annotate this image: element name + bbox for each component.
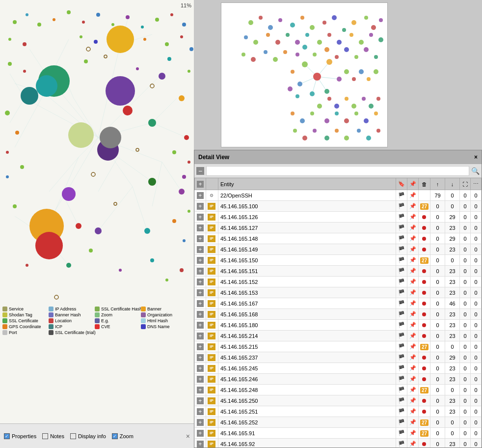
bookmark-icon[interactable]: 🏴 xyxy=(398,300,405,306)
minus-button[interactable]: − xyxy=(196,167,204,175)
table-scroll[interactable]: + Entity 🔖 📌 🗑 ↑ ↓ ⛶ ⋯ +⚙22/OpenSSH🏴� xyxy=(194,178,482,448)
col-bookmark[interactable]: 🔖 xyxy=(396,178,407,190)
notes-checkbox[interactable] xyxy=(42,433,48,439)
row-add-button[interactable]: + xyxy=(197,343,204,350)
bookmark-icon[interactable]: 🏴 xyxy=(398,397,405,403)
col-c3: 0 xyxy=(460,244,471,255)
bookmark-icon[interactable]: 🏴 xyxy=(398,214,405,220)
svg-point-171 xyxy=(367,77,371,81)
pin-icon[interactable]: 📌 xyxy=(409,376,416,382)
close-button[interactable]: × xyxy=(186,432,190,440)
bookmark-icon[interactable]: 🏴 xyxy=(398,387,405,392)
pin-icon[interactable]: 📌 xyxy=(409,257,416,263)
pin-icon[interactable]: 📌 xyxy=(409,387,416,392)
bookmark-icon[interactable]: 🏴 xyxy=(398,408,405,414)
bookmark-icon[interactable]: 🏴 xyxy=(398,322,405,328)
svg-point-196 xyxy=(335,129,339,133)
row-add-button[interactable]: + xyxy=(197,235,204,242)
bookmark-icon[interactable]: 🏴 xyxy=(398,235,405,241)
search-input[interactable] xyxy=(206,166,469,176)
add-all-button[interactable]: + xyxy=(197,181,204,188)
pin-icon[interactable]: 📌 xyxy=(409,430,416,436)
col-expand[interactable]: ⛶ xyxy=(460,178,471,190)
pin-icon[interactable]: 📌 xyxy=(409,192,416,198)
col-pin[interactable]: 📌 xyxy=(407,178,418,190)
pin-icon[interactable]: 📌 xyxy=(409,279,416,284)
pin-icon[interactable]: 📌 xyxy=(409,408,416,414)
zoom-toggle[interactable]: ✓ Zoom xyxy=(112,433,134,439)
bookmark-icon[interactable]: 🏴 xyxy=(398,257,405,263)
row-add-button[interactable]: + xyxy=(197,289,204,296)
col-more[interactable]: ⋯ xyxy=(471,178,482,190)
notes-toggle[interactable]: Notes xyxy=(42,433,64,439)
col-up[interactable]: ↑ xyxy=(430,178,445,190)
bookmark-icon[interactable]: 🏴 xyxy=(398,430,405,436)
row-add-button[interactable]: + xyxy=(197,441,204,448)
properties-checkbox[interactable]: ✓ xyxy=(4,433,10,439)
pin-icon[interactable]: 📌 xyxy=(409,203,416,209)
pin-icon[interactable]: 📌 xyxy=(409,235,416,241)
row-add-button[interactable]: + xyxy=(197,419,204,426)
bookmark-icon[interactable]: 🏴 xyxy=(398,311,405,317)
col-c1: 0 xyxy=(430,320,445,331)
pin-icon[interactable]: 📌 xyxy=(409,246,416,252)
bookmark-icon[interactable]: 🏴 xyxy=(398,246,405,252)
table-row: +IP45.146.165.150🏴📌270000 xyxy=(195,255,482,266)
row-add-button[interactable]: + xyxy=(197,322,204,329)
row-add-button[interactable]: + xyxy=(197,257,204,264)
bookmark-icon[interactable]: 🏴 xyxy=(398,192,405,198)
pin-icon[interactable]: 📌 xyxy=(409,322,416,328)
row-add-button[interactable]: + xyxy=(197,268,204,275)
row-add-button[interactable]: + xyxy=(197,387,204,393)
bookmark-icon[interactable]: 🏴 xyxy=(398,203,405,209)
display-info-checkbox[interactable] xyxy=(70,433,76,439)
bookmark-icon[interactable]: 🏴 xyxy=(398,419,405,425)
bookmark-icon[interactable]: 🏴 xyxy=(398,354,405,360)
row-add-button[interactable]: + xyxy=(197,311,204,318)
pin-icon[interactable]: 📌 xyxy=(409,300,416,306)
row-add-button[interactable]: + xyxy=(197,192,204,199)
row-add-button[interactable]: + xyxy=(197,246,204,253)
detail-close-icon[interactable]: × xyxy=(474,154,478,161)
col-down[interactable]: ↓ xyxy=(445,178,460,190)
col-delete[interactable]: 🗑 xyxy=(418,178,430,190)
bookmark-icon[interactable]: 🏴 xyxy=(398,343,405,349)
row-add-button[interactable]: + xyxy=(197,203,204,210)
pin-icon[interactable]: 📌 xyxy=(409,419,416,425)
row-add-button[interactable]: + xyxy=(197,214,204,221)
row-add-button[interactable]: + xyxy=(197,354,204,361)
row-add-button[interactable]: + xyxy=(197,333,204,339)
bookmark-icon[interactable]: 🏴 xyxy=(398,289,405,295)
bookmark-icon[interactable]: 🏴 xyxy=(398,224,405,230)
row-add-button[interactable]: + xyxy=(197,397,204,404)
bookmark-icon[interactable]: 🏴 xyxy=(398,365,405,371)
pin-icon[interactable]: 📌 xyxy=(409,343,416,349)
pin-icon[interactable]: 📌 xyxy=(409,224,416,230)
pin-icon[interactable]: 📌 xyxy=(409,365,416,371)
pin-icon[interactable]: 📌 xyxy=(409,268,416,274)
properties-toggle[interactable]: ✓ Properties xyxy=(4,433,36,439)
bookmark-icon[interactable]: 🏴 xyxy=(398,268,405,274)
row-add-button[interactable]: + xyxy=(197,300,204,307)
row-add-button[interactable]: + xyxy=(197,224,204,231)
row-add-button[interactable]: + xyxy=(197,365,204,372)
display-info-toggle[interactable]: Display info xyxy=(70,433,106,439)
row-add-button[interactable]: + xyxy=(197,376,204,383)
bookmark-icon[interactable]: 🏴 xyxy=(398,376,405,382)
search-icon[interactable]: 🔍 xyxy=(471,167,480,175)
pin-icon[interactable]: 📌 xyxy=(409,333,416,338)
pin-icon[interactable]: 📌 xyxy=(409,354,416,360)
row-add-button[interactable]: + xyxy=(197,279,204,285)
bookmark-icon[interactable]: 🏴 xyxy=(398,279,405,284)
pin-icon[interactable]: 📌 xyxy=(409,397,416,403)
zoom-checkbox[interactable]: ✓ xyxy=(112,433,118,439)
row-add-button[interactable]: + xyxy=(197,430,204,437)
row-add-button[interactable]: + xyxy=(197,408,204,415)
pin-icon[interactable]: 📌 xyxy=(409,289,416,295)
pin-icon[interactable]: 📌 xyxy=(409,311,416,317)
bookmark-icon[interactable]: 🏴 xyxy=(398,441,405,447)
pin-icon[interactable]: 📌 xyxy=(409,441,416,447)
pin-icon[interactable]: 📌 xyxy=(409,214,416,220)
bookmark-icon[interactable]: 🏴 xyxy=(398,333,405,338)
svg-point-76 xyxy=(143,38,146,41)
